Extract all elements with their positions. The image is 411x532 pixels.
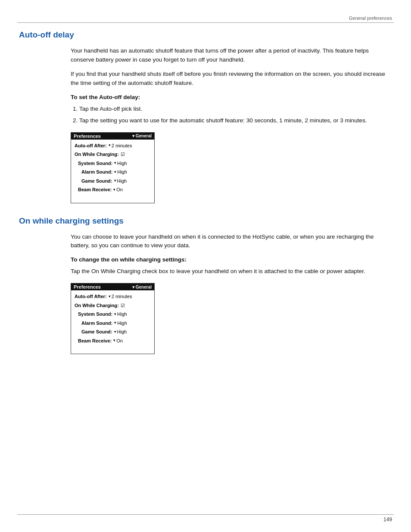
page-number: 149 (383, 516, 392, 523)
top-rule (17, 22, 394, 23)
screenshot1-body: Auto-off After: ▾ 2 minutes On While Cha… (71, 140, 154, 203)
screenshot2-row-charging: On While Charging: ☑ (75, 301, 151, 310)
section1-step2: Tap the setting you want to use for the … (79, 116, 392, 125)
section2-para1: You can choose to leave your handheld on… (71, 233, 392, 251)
screenshot2-row-autooff: Auto-off After: ▾ 2 minutes (75, 292, 151, 301)
screenshot1-row-charging: On While Charging: ☑ (75, 150, 151, 159)
section1-para2: If you find that your handheld shuts its… (71, 70, 392, 88)
screenshot1-row-autooff: Auto-off After: ▾ 2 minutes (75, 141, 151, 150)
screenshot1-row-beam: Beam Receive: ▾ On (75, 185, 151, 194)
screenshot2-row-game: Game Sound: ▾ High (75, 327, 151, 336)
section2-instruction: Tap the On While Charging check box to l… (71, 267, 392, 276)
section2-subheading: To change the on while charging settings… (71, 256, 392, 263)
section2-screenshot: Preferences ▾ General Auto-off After: ▾ … (71, 283, 155, 354)
screenshot2-row-system: System Sound: ▾ High (75, 310, 151, 319)
section1-subheading: To set the Auto-off delay: (71, 94, 392, 100)
screenshot1-dropdown: ▾ General (132, 134, 152, 138)
screenshot1-row-alarm: Alarm Sound: ▾ High (75, 168, 151, 177)
bottom-rule (17, 514, 394, 515)
screenshot1-row-system: System Sound: ▾ High (75, 159, 151, 168)
section2: On while charging settings You can choos… (19, 216, 392, 355)
section2-heading: On while charging settings (19, 216, 392, 226)
screenshot2-appname: Preferences (74, 284, 101, 289)
section1-step1: Tap the Auto-off pick list. (79, 105, 392, 114)
header-label: General preferences (349, 16, 392, 21)
screenshot2-dropdown: ▾ General (132, 285, 152, 289)
section1-screenshot: Preferences ▾ General Auto-off After: ▾ … (71, 132, 155, 203)
screenshot2-row-alarm: Alarm Sound: ▾ High (75, 319, 151, 328)
screenshot1-appname: Preferences (74, 134, 101, 139)
screenshot1-row-game: Game Sound: ▾ High (75, 177, 151, 186)
screenshot2-body: Auto-off After: ▾ 2 minutes On While Cha… (71, 290, 154, 354)
screenshot2-row-beam: Beam Receive: ▾ On (75, 336, 151, 345)
section1-para1: Your handheld has an automatic shutoff f… (71, 47, 392, 65)
screenshot1-titlebar: Preferences ▾ General (71, 133, 154, 140)
section1-steps: Tap the Auto-off pick list. Tap the sett… (79, 105, 392, 125)
screenshot2-titlebar: Preferences ▾ General (71, 283, 154, 290)
section1-heading: Auto-off delay (19, 30, 392, 40)
